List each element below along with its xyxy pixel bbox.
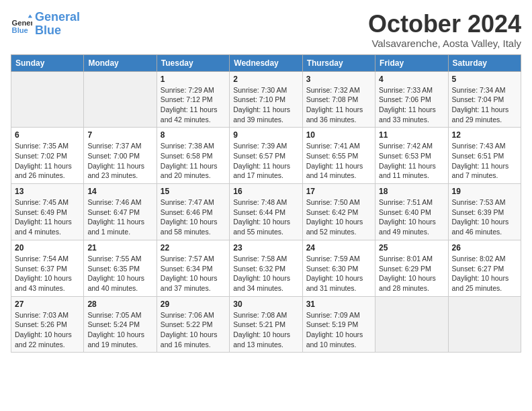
calendar-week-3: 13Sunrise: 7:45 AMSunset: 6:49 PMDayligh… xyxy=(11,184,521,240)
day-number: 1 xyxy=(161,75,226,84)
calendar-cell: 26Sunrise: 8:02 AMSunset: 6:27 PMDayligh… xyxy=(448,240,521,296)
calendar-cell: 21Sunrise: 7:55 AMSunset: 6:35 PMDayligh… xyxy=(84,240,157,296)
svg-marker-2 xyxy=(28,14,32,17)
day-info: Sunrise: 7:53 AMSunset: 6:39 PMDaylight:… xyxy=(452,197,517,237)
column-header-thursday: Thursday xyxy=(302,54,375,71)
calendar-cell: 31Sunrise: 7:09 AMSunset: 5:19 PMDayligh… xyxy=(302,296,375,353)
day-number: 15 xyxy=(161,187,226,196)
day-number: 6 xyxy=(15,130,80,140)
calendar-table: SundayMondayTuesdayWednesdayThursdayFrid… xyxy=(11,54,521,353)
column-header-sunday: Sunday xyxy=(11,54,84,71)
column-header-wednesday: Wednesday xyxy=(230,54,302,71)
calendar-cell: 28Sunrise: 7:05 AMSunset: 5:24 PMDayligh… xyxy=(84,296,157,353)
day-info: Sunrise: 7:09 AMSunset: 5:19 PMDaylight:… xyxy=(306,310,371,350)
logo-text: GeneralBlue xyxy=(35,11,80,38)
day-number: 13 xyxy=(15,187,80,196)
day-info: Sunrise: 7:30 AMSunset: 7:10 PMDaylight:… xyxy=(233,85,298,125)
day-number: 12 xyxy=(452,130,517,140)
logo-icon: General Blue xyxy=(11,13,32,35)
calendar-week-5: 27Sunrise: 7:03 AMSunset: 5:26 PMDayligh… xyxy=(11,296,521,353)
day-info: Sunrise: 7:54 AMSunset: 6:37 PMDaylight:… xyxy=(15,254,80,293)
calendar-cell: 15Sunrise: 7:47 AMSunset: 6:46 PMDayligh… xyxy=(157,184,229,240)
day-number: 26 xyxy=(452,243,517,253)
day-number: 25 xyxy=(379,243,444,253)
day-info: Sunrise: 7:38 AMSunset: 6:58 PMDaylight:… xyxy=(161,141,226,181)
day-number: 3 xyxy=(306,75,371,84)
location: Valsavarenche, Aosta Valley, Italy xyxy=(368,38,521,49)
calendar-cell: 19Sunrise: 7:53 AMSunset: 6:39 PMDayligh… xyxy=(448,184,521,240)
column-header-monday: Monday xyxy=(84,54,157,71)
calendar-cell: 27Sunrise: 7:03 AMSunset: 5:26 PMDayligh… xyxy=(11,296,84,353)
calendar-cell: 29Sunrise: 7:06 AMSunset: 5:22 PMDayligh… xyxy=(157,296,229,353)
day-info: Sunrise: 7:39 AMSunset: 6:57 PMDaylight:… xyxy=(233,141,298,181)
calendar-week-4: 20Sunrise: 7:54 AMSunset: 6:37 PMDayligh… xyxy=(11,240,521,296)
day-info: Sunrise: 7:35 AMSunset: 7:02 PMDaylight:… xyxy=(15,141,80,181)
day-number: 18 xyxy=(379,187,444,196)
calendar-header-row: SundayMondayTuesdayWednesdayThursdayFrid… xyxy=(11,54,521,71)
day-info: Sunrise: 7:37 AMSunset: 7:00 PMDaylight:… xyxy=(87,141,152,181)
calendar-cell: 8Sunrise: 7:38 AMSunset: 6:58 PMDaylight… xyxy=(157,128,229,184)
day-info: Sunrise: 7:41 AMSunset: 6:55 PMDaylight:… xyxy=(306,141,371,181)
logo: General Blue GeneralBlue xyxy=(11,11,80,38)
day-number: 30 xyxy=(233,300,298,309)
calendar-cell: 5Sunrise: 7:34 AMSunset: 7:04 PMDaylight… xyxy=(448,71,521,128)
day-number: 20 xyxy=(15,243,80,253)
day-info: Sunrise: 8:02 AMSunset: 6:27 PMDaylight:… xyxy=(452,254,517,293)
day-number: 27 xyxy=(15,300,80,309)
day-info: Sunrise: 7:08 AMSunset: 5:21 PMDaylight:… xyxy=(233,310,298,350)
calendar-cell: 9Sunrise: 7:39 AMSunset: 6:57 PMDaylight… xyxy=(230,128,302,184)
day-number: 19 xyxy=(452,187,517,196)
day-info: Sunrise: 7:42 AMSunset: 6:53 PMDaylight:… xyxy=(379,141,444,181)
day-info: Sunrise: 7:32 AMSunset: 7:08 PMDaylight:… xyxy=(306,85,371,125)
day-info: Sunrise: 7:29 AMSunset: 7:12 PMDaylight:… xyxy=(161,85,226,125)
column-header-saturday: Saturday xyxy=(448,54,521,71)
calendar-cell: 18Sunrise: 7:51 AMSunset: 6:40 PMDayligh… xyxy=(375,184,448,240)
day-number: 21 xyxy=(87,243,152,253)
day-info: Sunrise: 7:51 AMSunset: 6:40 PMDaylight:… xyxy=(379,197,444,237)
calendar-cell: 12Sunrise: 7:43 AMSunset: 6:51 PMDayligh… xyxy=(448,128,521,184)
day-info: Sunrise: 7:46 AMSunset: 6:47 PMDaylight:… xyxy=(87,197,152,237)
calendar-cell: 24Sunrise: 7:59 AMSunset: 6:30 PMDayligh… xyxy=(302,240,375,296)
day-number: 11 xyxy=(379,130,444,140)
column-header-tuesday: Tuesday xyxy=(157,54,229,71)
calendar-cell: 13Sunrise: 7:45 AMSunset: 6:49 PMDayligh… xyxy=(11,184,84,240)
page-header: General Blue GeneralBlue October 2024 Va… xyxy=(11,11,521,49)
calendar-cell: 20Sunrise: 7:54 AMSunset: 6:37 PMDayligh… xyxy=(11,240,84,296)
calendar-cell: 6Sunrise: 7:35 AMSunset: 7:02 PMDaylight… xyxy=(11,128,84,184)
column-header-friday: Friday xyxy=(375,54,448,71)
day-number: 4 xyxy=(379,75,444,84)
day-info: Sunrise: 7:03 AMSunset: 5:26 PMDaylight:… xyxy=(15,310,80,350)
day-info: Sunrise: 7:33 AMSunset: 7:06 PMDaylight:… xyxy=(379,85,444,125)
day-info: Sunrise: 7:45 AMSunset: 6:49 PMDaylight:… xyxy=(15,197,80,237)
day-number: 7 xyxy=(87,130,152,140)
day-number: 28 xyxy=(87,300,152,309)
calendar-cell: 17Sunrise: 7:50 AMSunset: 6:42 PMDayligh… xyxy=(302,184,375,240)
calendar-cell: 25Sunrise: 8:01 AMSunset: 6:29 PMDayligh… xyxy=(375,240,448,296)
calendar-cell: 16Sunrise: 7:48 AMSunset: 6:44 PMDayligh… xyxy=(230,184,302,240)
calendar-cell: 30Sunrise: 7:08 AMSunset: 5:21 PMDayligh… xyxy=(230,296,302,353)
day-number: 31 xyxy=(306,300,371,309)
calendar-cell: 1Sunrise: 7:29 AMSunset: 7:12 PMDaylight… xyxy=(157,71,229,128)
calendar-week-2: 6Sunrise: 7:35 AMSunset: 7:02 PMDaylight… xyxy=(11,128,521,184)
day-info: Sunrise: 7:06 AMSunset: 5:22 PMDaylight:… xyxy=(161,310,226,350)
calendar-cell: 14Sunrise: 7:46 AMSunset: 6:47 PMDayligh… xyxy=(84,184,157,240)
day-number: 17 xyxy=(306,187,371,196)
day-info: Sunrise: 7:50 AMSunset: 6:42 PMDaylight:… xyxy=(306,197,371,237)
calendar-cell: 7Sunrise: 7:37 AMSunset: 7:00 PMDaylight… xyxy=(84,128,157,184)
calendar-cell: 3Sunrise: 7:32 AMSunset: 7:08 PMDaylight… xyxy=(302,71,375,128)
day-number: 5 xyxy=(452,75,517,84)
svg-text:Blue: Blue xyxy=(12,26,28,34)
day-info: Sunrise: 8:01 AMSunset: 6:29 PMDaylight:… xyxy=(379,254,444,293)
svg-text:General: General xyxy=(12,18,32,26)
day-info: Sunrise: 7:55 AMSunset: 6:35 PMDaylight:… xyxy=(87,254,152,293)
day-info: Sunrise: 7:34 AMSunset: 7:04 PMDaylight:… xyxy=(452,85,517,125)
day-number: 10 xyxy=(306,130,371,140)
calendar-cell: 23Sunrise: 7:58 AMSunset: 6:32 PMDayligh… xyxy=(230,240,302,296)
day-info: Sunrise: 7:57 AMSunset: 6:34 PMDaylight:… xyxy=(161,254,226,293)
calendar-cell: 2Sunrise: 7:30 AMSunset: 7:10 PMDaylight… xyxy=(230,71,302,128)
day-number: 22 xyxy=(161,243,226,253)
calendar-cell: 22Sunrise: 7:57 AMSunset: 6:34 PMDayligh… xyxy=(157,240,229,296)
title-block: October 2024 Valsavarenche, Aosta Valley… xyxy=(368,11,521,49)
day-info: Sunrise: 7:05 AMSunset: 5:24 PMDaylight:… xyxy=(87,310,152,350)
calendar-week-1: 1Sunrise: 7:29 AMSunset: 7:12 PMDaylight… xyxy=(11,71,521,128)
